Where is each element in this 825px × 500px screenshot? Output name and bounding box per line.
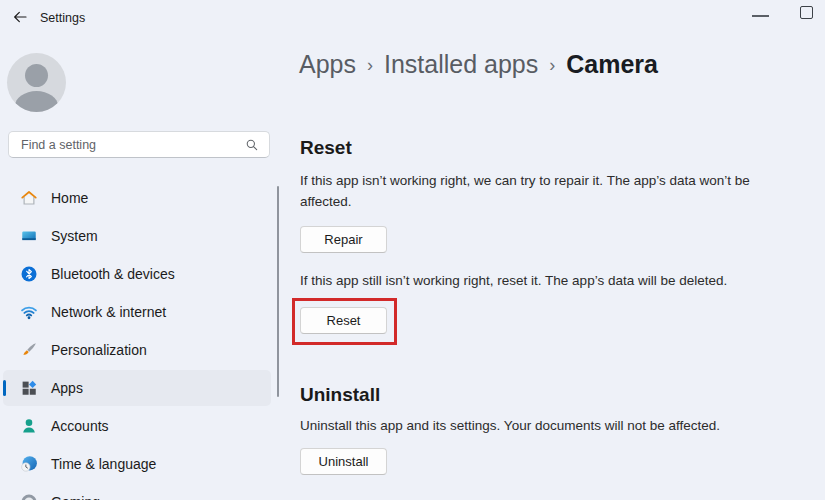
sidebar-item-label: Network & internet (51, 304, 166, 320)
home-icon (20, 189, 38, 207)
breadcrumb-separator-icon: › (538, 53, 566, 76)
sidebar-item-system[interactable]: System (3, 218, 271, 254)
sidebar-item-label: Apps (51, 380, 83, 396)
avatar (7, 53, 66, 112)
search-input[interactable] (9, 132, 245, 157)
reset-description: If this app still isn’t working right, r… (300, 270, 727, 291)
window-title: Settings (40, 11, 85, 25)
uninstall-description: Uninstall this app and its settings. You… (300, 415, 720, 436)
sidebar-item-label: Home (51, 190, 88, 206)
maximize-button[interactable] (800, 6, 813, 19)
selected-accent-bar (3, 380, 6, 396)
sidebar-item-label: Time & language (51, 456, 156, 472)
repair-description: If this app isn’t working right, we can … (300, 170, 805, 212)
minimize-button[interactable] (752, 15, 769, 17)
sidebar-item-network-internet[interactable]: Network & internet (3, 294, 271, 330)
gaming-icon (20, 493, 38, 500)
sidebar-item-personalization[interactable]: Personalization (3, 332, 271, 368)
accounts-icon (20, 417, 38, 435)
breadcrumb-installed-apps[interactable]: Installed apps (384, 50, 538, 79)
sidebar-item-label: Gaming (51, 494, 100, 500)
sidebar-item-home[interactable]: Home (3, 180, 271, 216)
settings-window: Settings Home (0, 0, 825, 500)
sidebar-item-apps[interactable]: Apps (3, 370, 271, 406)
wifi-icon (20, 303, 38, 321)
breadcrumb-apps[interactable]: Apps (299, 50, 356, 79)
breadcrumb-separator-icon: › (356, 53, 384, 76)
sidebar-item-label: Personalization (51, 342, 147, 358)
bluetooth-icon (20, 265, 38, 283)
avatar-body (15, 91, 58, 112)
paintbrush-icon (20, 341, 38, 359)
sidebar-item-bluetooth-devices[interactable]: Bluetooth & devices (3, 256, 271, 292)
reset-section-heading: Reset (300, 137, 352, 159)
apps-icon (20, 379, 38, 397)
back-arrow-icon (12, 9, 28, 25)
avatar-head (25, 64, 48, 87)
back-button[interactable] (8, 6, 32, 28)
clock-globe-icon (20, 455, 38, 473)
repair-button[interactable]: Repair (300, 226, 387, 253)
uninstall-section-heading: Uninstall (300, 384, 380, 406)
system-icon (20, 227, 38, 245)
reset-button[interactable]: Reset (300, 307, 387, 334)
sidebar-item-label: System (51, 228, 98, 244)
sidebar-item-accounts[interactable]: Accounts (3, 408, 271, 444)
uninstall-button[interactable]: Uninstall (300, 448, 387, 475)
search-icon (245, 138, 259, 152)
sidebar-item-label: Bluetooth & devices (51, 266, 175, 282)
breadcrumb: Apps › Installed apps › Camera (299, 50, 658, 79)
breadcrumb-current-page: Camera (566, 50, 658, 79)
sidebar-item-gaming[interactable]: Gaming (3, 484, 271, 500)
sidebar-item-label: Accounts (51, 418, 109, 434)
sidebar-scrollbar[interactable] (277, 186, 279, 397)
search-box[interactable] (8, 131, 270, 158)
sidebar-item-time-language[interactable]: Time & language (3, 446, 271, 482)
